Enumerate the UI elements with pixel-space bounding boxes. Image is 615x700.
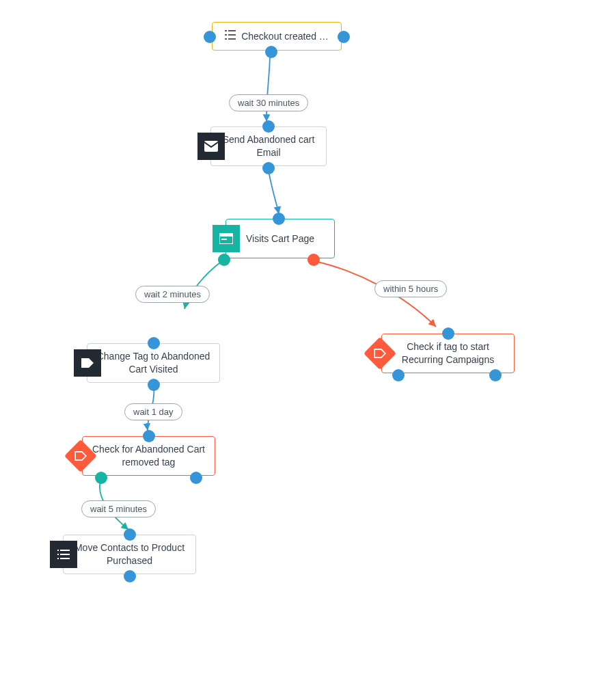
- svg-rect-0: [225, 30, 227, 31]
- page-icon: [213, 225, 240, 252]
- svg-rect-3: [228, 34, 236, 36]
- svg-rect-10: [57, 550, 59, 551]
- condition-label: Check for Abandoned Cart removed tag: [91, 443, 206, 469]
- action-node-move-contacts[interactable]: Move Contacts to Product Purchased: [63, 535, 196, 574]
- svg-rect-4: [225, 38, 227, 40]
- svg-rect-8: [219, 233, 233, 237]
- svg-rect-15: [60, 558, 70, 559]
- svg-rect-13: [60, 554, 70, 555]
- wait-pill-within-5-hours[interactable]: within 5 hours: [374, 280, 447, 297]
- action-label: Change Tag to Abandoned Cart Visited: [96, 350, 211, 376]
- trigger-node-checkout-created[interactable]: Checkout created …: [212, 22, 342, 51]
- wait-pill-5-minutes[interactable]: wait 5 minutes: [81, 500, 156, 517]
- wait-pill-2-minutes[interactable]: wait 2 minutes: [135, 286, 210, 303]
- pill-label: wait 2 minutes: [144, 289, 201, 299]
- action-node-send-abandoned-email[interactable]: Send Abandoned cart Email: [210, 126, 327, 166]
- svg-rect-14: [57, 558, 59, 559]
- list-icon: [225, 30, 236, 43]
- pill-label: wait 5 minutes: [90, 504, 147, 514]
- pill-label: wait 30 minutes: [238, 98, 299, 108]
- svg-rect-1: [228, 30, 236, 31]
- svg-rect-11: [60, 550, 70, 551]
- svg-rect-9: [221, 239, 227, 240]
- mail-icon: [197, 133, 225, 160]
- pill-label: within 5 hours: [383, 284, 438, 294]
- action-node-change-tag[interactable]: Change Tag to Abandoned Cart Visited: [87, 343, 220, 383]
- list-icon: [50, 541, 77, 568]
- svg-rect-5: [228, 38, 236, 40]
- condition-node-check-removed-tag[interactable]: Check for Abandoned Cart removed tag: [82, 436, 215, 476]
- condition-node-check-recurring[interactable]: Check if tag to start Recurring Campaign…: [381, 334, 515, 373]
- trigger-label: Checkout created …: [241, 30, 329, 43]
- pill-label: wait 1 day: [133, 407, 174, 417]
- tag-outline-icon: [364, 337, 396, 370]
- action-label: Send Abandoned cart Email: [219, 133, 318, 159]
- wait-pill-1-day[interactable]: wait 1 day: [124, 403, 182, 420]
- decision-node-visits-cart-page[interactable]: Visits Cart Page: [226, 219, 335, 258]
- svg-rect-12: [57, 554, 59, 555]
- svg-rect-2: [225, 34, 227, 36]
- action-label: Move Contacts to Product Purchased: [72, 541, 187, 567]
- wait-pill-30-minutes[interactable]: wait 30 minutes: [229, 94, 308, 111]
- tag-icon: [74, 349, 101, 377]
- decision-label: Visits Cart Page: [246, 232, 314, 245]
- tag-outline-icon: [64, 440, 97, 472]
- condition-label: Check if tag to start Recurring Campaign…: [390, 340, 506, 366]
